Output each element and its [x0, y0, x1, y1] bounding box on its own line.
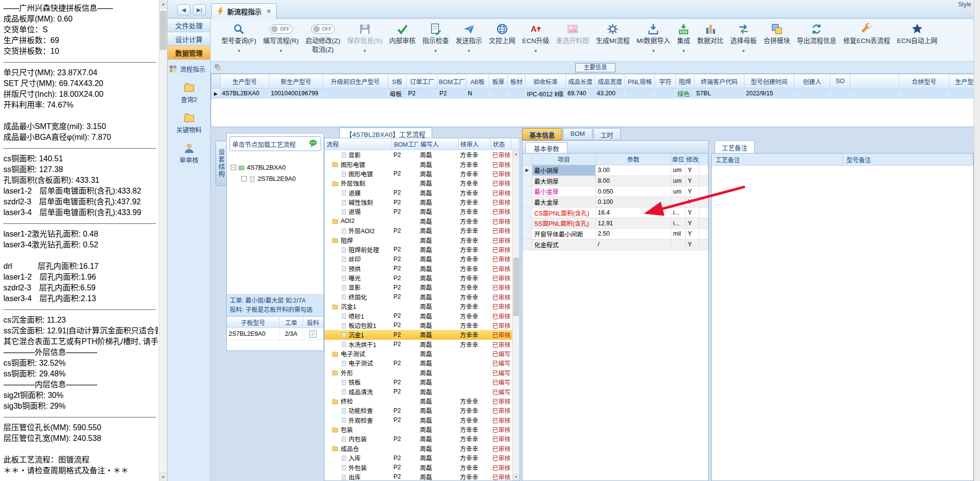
- nav-back-button[interactable]: ◀: [177, 4, 190, 15]
- tab-basic-params[interactable]: 基本参数: [525, 142, 567, 153]
- enable-edit-toggle[interactable]: OFF启动修改(Z)取消(Z): [303, 21, 343, 54]
- scroll-down-icon[interactable]: ▼: [159, 473, 167, 481]
- flow-row-step[interactable]: 图形电镀P2周磊方幸幸已审核: [325, 169, 512, 178]
- flow-scrollbar[interactable]: ▲ ▼: [512, 150, 520, 481]
- instruction-check-button[interactable]: 指示检查▼: [419, 21, 452, 54]
- flow-row-step[interactable]: 沉金1P2周磊方幸幸已审核: [325, 330, 512, 339]
- param-row[interactable]: 化金程式/Y: [523, 240, 708, 250]
- column-header[interactable]: 编写人: [418, 138, 458, 150]
- flow-panel-title-tab[interactable]: 【4S7BL2BXA0】工艺流程: [339, 128, 432, 138]
- ecn-auto-upload-button[interactable]: ECN自动上网: [894, 21, 940, 45]
- dropdown-arrow-icon[interactable]: ▼: [741, 49, 745, 53]
- flow-row-step[interactable]: 显影P2周磊方幸幸已审核: [325, 283, 512, 292]
- dropdown-arrow-icon[interactable]: ▼: [467, 49, 471, 53]
- column-header[interactable]: 工单: [280, 316, 303, 328]
- table-row[interactable]: ▶4S7BL2BXA010010400196799母板P2P2NIPC-6012…: [212, 88, 980, 99]
- column-header[interactable]: AB板: [466, 74, 489, 88]
- column-header[interactable]: 状态: [491, 138, 511, 150]
- column-header[interactable]: 创建人: [794, 74, 830, 88]
- flow-row-step[interactable]: 退锡P2周磊方幸幸已审核: [325, 207, 512, 216]
- param-value-cell[interactable]: 0.050: [596, 186, 671, 197]
- column-header[interactable]: BOM工厂: [438, 74, 466, 88]
- toggle-off-switch[interactable]: OFF: [269, 22, 293, 36]
- column-header[interactable]: 流程: [325, 138, 392, 150]
- dropdown-arrow-icon[interactable]: ▼: [279, 49, 283, 53]
- flow-row-group[interactable]: 阻焊周磊方幸幸已审核: [325, 235, 512, 244]
- column-header[interactable]: 终端客户代码: [695, 74, 744, 88]
- dropdown-arrow-icon[interactable]: ▼: [682, 49, 686, 53]
- flow-row-step[interactable]: 显影P2周磊方幸幸已审核: [325, 150, 512, 159]
- nav-group-design-calc[interactable]: 设计计算: [168, 32, 210, 46]
- column-header[interactable]: 合拼型号: [899, 74, 949, 88]
- column-header[interactable]: 板材: [508, 74, 525, 88]
- flow-row-group[interactable]: 图形电镀周磊方幸幸已审核: [325, 159, 512, 169]
- dropdown-arrow-icon[interactable]: ▼: [434, 49, 437, 53]
- nav-forward-button[interactable]: ▶|: [193, 4, 206, 15]
- repair-ecn-flow-button[interactable]: 修复ECN丢流程: [840, 21, 893, 45]
- expander-icon[interactable]: −: [231, 165, 236, 170]
- flow-row-step[interactable]: 外包装P2周磊方幸幸已审核: [325, 462, 512, 472]
- flow-row-group[interactable]: 电子测试周磊已编写: [325, 349, 512, 358]
- tab-bom[interactable]: BOM: [563, 128, 592, 140]
- column-header[interactable]: 成品宽度: [595, 74, 625, 88]
- tab-basic-info[interactable]: 基本信息: [522, 128, 562, 140]
- column-header[interactable]: 升级前旧生产型号: [323, 74, 388, 88]
- checkbox[interactable]: ✓: [309, 330, 317, 338]
- column-header[interactable]: SO: [830, 74, 850, 88]
- nav-key-materials[interactable]: 关键物料: [168, 108, 210, 138]
- flow-row-step[interactable]: 外层AOI2P2周磊方幸幸已审核: [325, 226, 512, 235]
- tab-new-process-instruction[interactable]: 新流程指示 ✕: [211, 3, 277, 19]
- tree-node[interactable]: 2S7BL2E9A0: [231, 173, 322, 184]
- nav-query-2[interactable]: 查询2: [168, 78, 210, 108]
- param-row[interactable]: 最大金厚0.100Y: [523, 197, 708, 208]
- column-header[interactable]: 核审人: [458, 138, 491, 150]
- column-header[interactable]: 订单工厂: [407, 74, 438, 88]
- doc-control-upload-button[interactable]: 文控上网: [486, 21, 518, 45]
- scroll-thumb[interactable]: [160, 11, 167, 50]
- flow-row-step[interactable]: 入库P2周磊方幸幸已审核: [325, 453, 512, 462]
- window-scrollbar[interactable]: [974, 0, 980, 481]
- flow-row-group[interactable]: AOI2周磊方幸幸已审核: [325, 217, 512, 226]
- flow-row-group[interactable]: 外层蚀刻周磊方幸幸已审核: [325, 178, 512, 188]
- column-header[interactable]: 生产型号: [220, 74, 269, 88]
- flow-row-step[interactable]: 成品清洗P2周磊已编写: [325, 387, 512, 396]
- flow-row-step[interactable]: 阻焊前处理P2周磊方幸幸已审核: [325, 245, 512, 254]
- flow-row-step[interactable]: 碱性蚀刻P2周磊方幸幸已审核: [325, 197, 512, 207]
- column-header[interactable]: 成品长度: [566, 74, 595, 88]
- nav-group-data-management[interactable]: 数据管理: [168, 46, 210, 60]
- flow-row-group[interactable]: 沉金1周磊方幸幸已审核: [325, 302, 512, 311]
- nav-group-file-processing[interactable]: 文件处理: [168, 19, 210, 32]
- param-row[interactable]: ▶最小铜厚3.00umY: [523, 165, 708, 176]
- nav-order-review[interactable]: 单审核: [168, 138, 210, 169]
- param-value-cell[interactable]: 12.91: [596, 218, 671, 229]
- select-mother-board-button[interactable]: 选择母板▼: [727, 21, 760, 54]
- write-flow-toggle[interactable]: OFF编写流程(R)▼: [260, 21, 302, 54]
- tree-node[interactable]: −4S7BL2BXA0: [231, 162, 322, 173]
- flow-row-step[interactable]: 内包装P2周磊方幸幸已审核: [325, 434, 512, 443]
- column-header[interactable]: BOM工厂: [392, 138, 418, 150]
- column-header[interactable]: 字符: [655, 74, 676, 88]
- integrate-button[interactable]: 集成▼: [674, 21, 693, 54]
- param-value-cell[interactable]: /: [596, 240, 671, 250]
- scroll-up-icon[interactable]: ▲: [159, 0, 167, 8]
- param-value-cell[interactable]: 16.4: [596, 208, 671, 219]
- dropdown-arrow-icon[interactable]: ▼: [652, 49, 655, 53]
- model-query-button[interactable]: 型号查询(F)▼: [218, 21, 259, 54]
- flow-row-step[interactable]: 曝光P2周磊方幸幸已审核: [325, 273, 512, 283]
- flow-row-step[interactable]: 外观检查P2周磊方幸幸已审核: [325, 415, 512, 425]
- param-row[interactable]: SS面PNL面积(含孔)12.91i...Y: [523, 218, 708, 229]
- flow-row-group[interactable]: 包装周磊方幸幸已审核: [325, 425, 512, 434]
- param-value-cell[interactable]: 8.00: [596, 176, 671, 187]
- table-row[interactable]: 2S7BL2E9A02/3A✓: [227, 328, 324, 340]
- flow-row-step[interactable]: 喷砂1P2周磊方幸幸已审核: [325, 311, 512, 320]
- board-info-text[interactable]: ——广州兴森快捷拼板信息——成品板厚(MM): 0.60交货单位：S生产拼板数：…: [0, 0, 159, 481]
- toggle-off-switch[interactable]: OFF: [311, 22, 335, 36]
- expander-icon[interactable]: [241, 176, 247, 181]
- param-value-cell[interactable]: 2.50: [596, 229, 671, 240]
- flow-row-step[interactable]: 板边包胶1P2周磊方幸幸已审核: [325, 321, 512, 330]
- flow-row-step[interactable]: 水洗烘干1P2周磊方幸幸已审核: [325, 340, 512, 349]
- data-compare-button[interactable]: 数据对比: [694, 21, 726, 45]
- column-header[interactable]: 子板型号: [227, 316, 280, 328]
- column-header[interactable]: [850, 74, 899, 88]
- flow-row-step[interactable]: 铣板P2周磊已编写: [325, 377, 512, 387]
